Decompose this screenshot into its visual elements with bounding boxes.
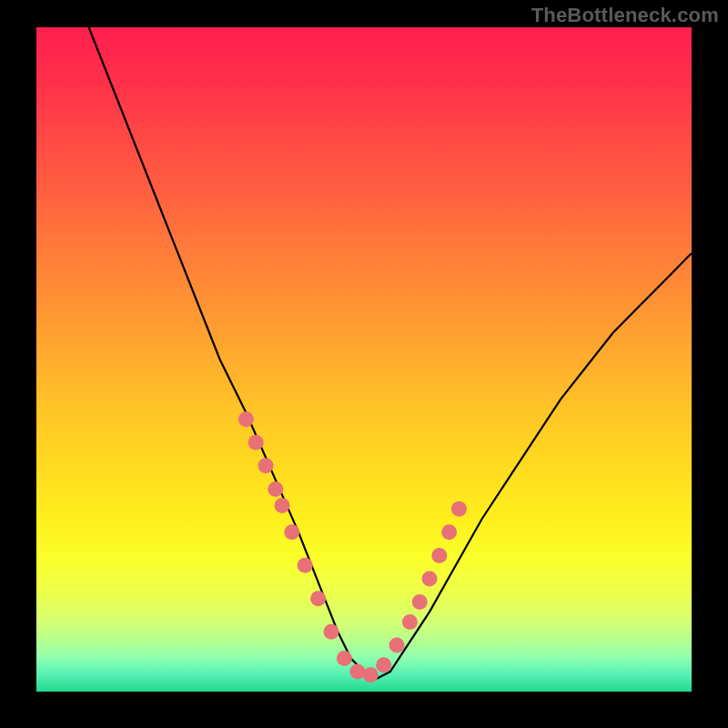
highlight-dot	[441, 524, 457, 540]
highlight-dot	[431, 548, 447, 563]
highlight-dot	[298, 558, 313, 573]
watermark-text: TheBottleneck.com	[531, 4, 719, 27]
highlight-dot	[349, 664, 365, 680]
highlight-dot	[376, 657, 391, 672]
chart-frame: TheBottleneck.com	[0, 0, 728, 728]
highlight-dot	[451, 501, 467, 517]
highlight-dot	[258, 458, 274, 473]
highlight-dot	[275, 498, 290, 513]
highlight-dots-group	[238, 411, 467, 682]
plot-area	[36, 27, 692, 692]
highlight-dot	[324, 624, 339, 640]
highlight-dot	[412, 594, 428, 610]
bottleneck-curve-path	[89, 27, 692, 678]
highlight-dot	[422, 571, 438, 586]
curve-svg	[36, 27, 692, 692]
highlight-dot	[310, 591, 326, 606]
highlight-dot	[284, 524, 299, 540]
highlight-dot	[248, 435, 264, 450]
highlight-dot	[402, 614, 418, 630]
highlight-dot	[268, 481, 283, 497]
highlight-dot	[238, 411, 254, 427]
highlight-dot	[363, 667, 379, 682]
highlight-dot	[389, 637, 405, 652]
highlight-dot	[337, 651, 352, 666]
